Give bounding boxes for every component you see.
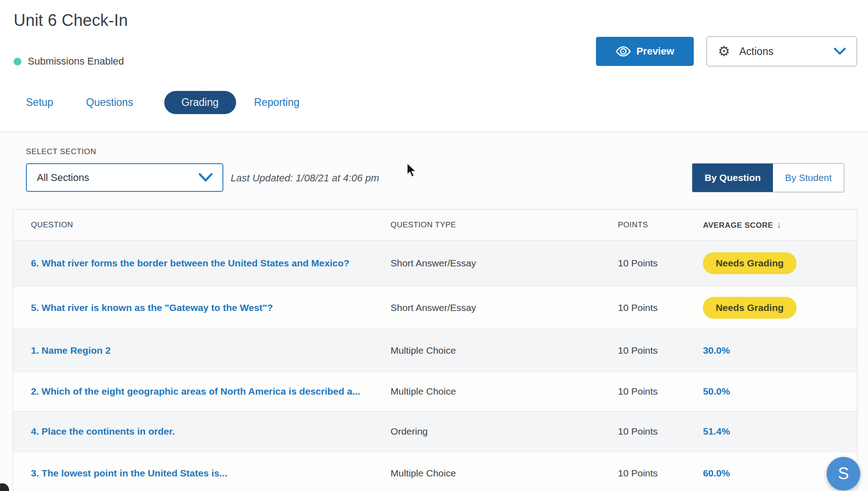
tab-bar: Setup Questions Grading Reporting bbox=[26, 91, 332, 114]
view-toggle: By Question By Student bbox=[692, 163, 844, 192]
select-section-label: SELECT SECTION bbox=[26, 147, 96, 156]
question-link[interactable]: 4. Place the continents in order. bbox=[31, 426, 175, 436]
grading-panel: SELECT SECTION All Sections Last Updated… bbox=[0, 132, 868, 491]
question-link[interactable]: 5. What river is known as the "Gateway t… bbox=[31, 302, 273, 313]
avatar-initial: S bbox=[838, 464, 849, 483]
column-header-question-type[interactable]: QUESTION TYPE bbox=[391, 220, 618, 230]
chevron-down-icon bbox=[834, 48, 846, 55]
average-score-value: 30.0% bbox=[703, 345, 730, 356]
table-row: 5. What river is known as the "Gateway t… bbox=[13, 286, 857, 329]
points-cell: 10 Points bbox=[618, 426, 703, 437]
needs-grading-badge: Needs Grading bbox=[703, 252, 796, 274]
points-cell: 10 Points bbox=[618, 302, 703, 313]
column-header-average-score[interactable]: AVERAGE SCORE↓ bbox=[703, 220, 857, 230]
tab-grading[interactable]: Grading bbox=[164, 91, 236, 114]
points-cell: 10 Points bbox=[618, 258, 703, 269]
column-header-points[interactable]: POINTS bbox=[618, 220, 703, 230]
actions-button-label: Actions bbox=[739, 45, 773, 58]
question-type-cell: Short Answer/Essay bbox=[391, 302, 618, 313]
question-type-cell: Multiple Choice bbox=[391, 468, 618, 479]
question-link[interactable]: 6. What river forms the border between t… bbox=[31, 258, 349, 268]
points-cell: 10 Points bbox=[618, 468, 703, 479]
table-header-row: QUESTION QUESTION TYPE POINTS AVERAGE SC… bbox=[13, 210, 857, 240]
chevron-down-icon bbox=[199, 173, 212, 182]
average-score-value: 60.0% bbox=[703, 468, 730, 478]
column-header-average-score-label: AVERAGE SCORE bbox=[703, 221, 773, 230]
points-cell: 10 Points bbox=[618, 345, 703, 356]
question-link[interactable]: 3. The lowest point in the United States… bbox=[31, 468, 227, 478]
tab-questions[interactable]: Questions bbox=[86, 91, 133, 114]
section-dropdown-value: All Sections bbox=[37, 172, 89, 184]
questions-table: QUESTION QUESTION TYPE POINTS AVERAGE SC… bbox=[13, 209, 858, 491]
page-title: Unit 6 Check-In bbox=[14, 11, 128, 30]
sort-descending-icon: ↓ bbox=[777, 220, 782, 230]
section-dropdown[interactable]: All Sections bbox=[26, 163, 223, 192]
question-link[interactable]: 2. Which of the eight geographic areas o… bbox=[31, 386, 360, 396]
table-row: 3. The lowest point in the United States… bbox=[13, 452, 857, 491]
question-type-cell: Multiple Choice bbox=[391, 386, 618, 397]
question-link[interactable]: 1. Name Region 2 bbox=[31, 345, 111, 356]
user-avatar[interactable]: S bbox=[827, 457, 860, 491]
tab-setup[interactable]: Setup bbox=[26, 91, 53, 114]
preview-button-label: Preview bbox=[636, 45, 674, 57]
last-updated-text: Last Updated: 1/08/21 at 4:06 pm bbox=[231, 172, 379, 184]
points-cell: 10 Points bbox=[618, 386, 703, 397]
preview-button[interactable]: Preview bbox=[596, 37, 694, 66]
average-score-value: 50.0% bbox=[703, 386, 730, 396]
assessment-grading-page: Unit 6 Check-In Submissions Enabled Prev… bbox=[0, 0, 868, 491]
column-header-question[interactable]: QUESTION bbox=[13, 220, 391, 230]
tab-reporting[interactable]: Reporting bbox=[254, 91, 300, 114]
actions-button[interactable]: ⚙ Actions bbox=[707, 36, 857, 66]
table-row: 4. Place the continents in order. Orderi… bbox=[13, 411, 857, 452]
submission-status: Submissions Enabled bbox=[14, 55, 124, 67]
status-label: Submissions Enabled bbox=[28, 55, 124, 67]
toggle-by-student[interactable]: By Student bbox=[773, 164, 844, 192]
table-row: 2. Which of the eight geographic areas o… bbox=[13, 372, 857, 411]
toggle-by-question[interactable]: By Question bbox=[692, 164, 773, 192]
question-type-cell: Short Answer/Essay bbox=[391, 258, 618, 269]
question-type-cell: Multiple Choice bbox=[391, 345, 618, 356]
eye-icon bbox=[616, 46, 631, 57]
gear-icon: ⚙ bbox=[718, 45, 730, 58]
needs-grading-badge: Needs Grading bbox=[703, 297, 796, 319]
average-score-value: 51.4% bbox=[703, 426, 730, 436]
table-row: 6. What river forms the border between t… bbox=[13, 240, 857, 286]
question-type-cell: Ordering bbox=[391, 426, 618, 437]
status-dot-icon bbox=[14, 58, 21, 65]
table-row: 1. Name Region 2 Multiple Choice 10 Poin… bbox=[13, 329, 857, 372]
